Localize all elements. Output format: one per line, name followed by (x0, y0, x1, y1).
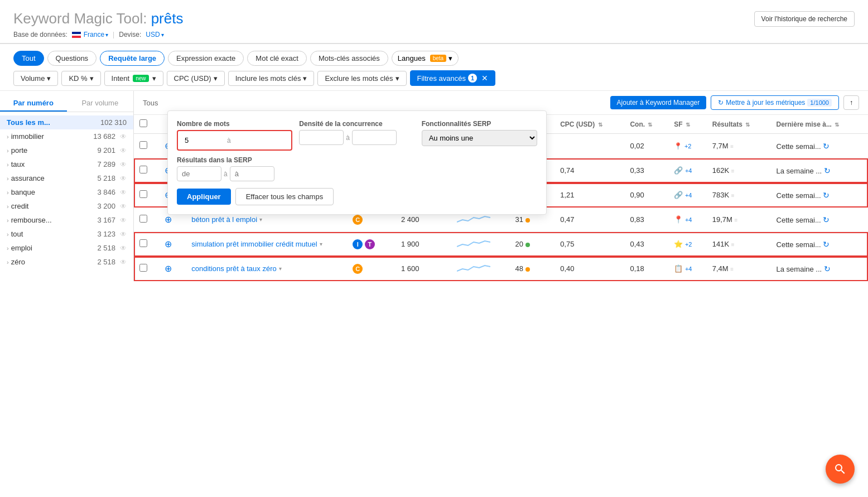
close-icon[interactable]: ✕ (481, 74, 488, 83)
sidebar-item-zéro[interactable]: › zéro 2 518 👁 (0, 255, 133, 269)
refresh-icon[interactable]: ↻ (823, 240, 830, 249)
nombre-mots-from-input[interactable] (180, 133, 225, 147)
row-checkbox[interactable] (139, 190, 147, 198)
currency-dropdown[interactable]: USD ▾ (146, 31, 163, 38)
cell-results: 7,7M ≡ (707, 134, 771, 158)
keyword-link[interactable]: simulation prêt immobilier crédit mutuel… (191, 240, 341, 248)
sidebar-item-label: zéro (11, 258, 25, 266)
update-count-badge: 1/1000 (807, 99, 832, 107)
chevron-down-icon: ▾ (303, 74, 307, 83)
sidebar-tab-numero[interactable]: Par numéro (0, 95, 67, 112)
sidebar-item-assurance[interactable]: › assurance 5 218 👁 (0, 171, 133, 185)
refresh-icon[interactable]: ↻ (823, 191, 830, 200)
eye-icon[interactable]: 👁 (120, 216, 127, 224)
filter-inclure[interactable]: Inclure les mots clés ▾ (228, 71, 315, 86)
sidebar-item-all[interactable]: Tous les m... 102 310 (0, 115, 133, 129)
add-to-keyword-manager-button[interactable]: Ajouter à Keyword Manager (610, 96, 707, 109)
resultats-from-input[interactable] (177, 166, 221, 181)
refresh-icon[interactable]: ↻ (823, 142, 830, 151)
tab-requete[interactable]: Requête large (100, 51, 165, 66)
page-header: Keyword Magic Tool: prêts Base de donnée… (0, 0, 868, 44)
sidebar-item-emploi[interactable]: › emploi 2 518 👁 (0, 241, 133, 255)
header-sub: Base de données: France ▾ | Devise: USD … (13, 31, 855, 38)
cell-trend (451, 232, 510, 257)
cell-results: 7,4M ≡ (707, 257, 771, 281)
eye-icon[interactable]: 👁 (120, 202, 127, 210)
row-checkbox[interactable] (139, 264, 147, 272)
chevron-down-icon: ▾ (152, 74, 156, 83)
chevron-down-icon[interactable]: ▾ (259, 216, 262, 223)
sidebar-item-immobilier[interactable]: › immobilier 13 682 👁 (0, 129, 133, 143)
refresh-icon: ↻ (718, 99, 724, 107)
sidebar-item-taux[interactable]: › taux 7 289 👁 (0, 157, 133, 171)
chevron-down-icon[interactable]: ▾ (320, 241, 322, 247)
tab-questions[interactable]: Questions (47, 51, 97, 66)
sidebar-item-credit[interactable]: › credit 3 200 👁 (0, 199, 133, 213)
cell-update: La semaine ... ↻ (771, 158, 868, 183)
sidebar-item-rembourse...[interactable]: › rembourse... 3 167 👁 (0, 213, 133, 227)
sidebar-item-banque[interactable]: › banque 3 846 👁 (0, 185, 133, 199)
tab-langues[interactable]: Langues beta ▾ (392, 51, 459, 66)
cell-results: 141K ≡ (707, 232, 771, 257)
filter-volume[interactable]: Volume ▾ (13, 71, 58, 86)
densite-to-input[interactable] (352, 130, 397, 145)
densite-from-input[interactable] (299, 130, 344, 145)
keyword-link[interactable]: béton prêt à l emploi ▾ (191, 215, 341, 224)
sidebar-item-tout[interactable]: › tout 3 123 👁 (0, 227, 133, 241)
chevron-icon: › (7, 175, 9, 182)
tab-expression[interactable]: Expression exacte (168, 51, 244, 66)
refresh-icon[interactable]: ↻ (824, 166, 831, 175)
add-button[interactable]: ⊕ (165, 239, 172, 249)
popup-grid: Nombre de mots à Densité de la concurren… (177, 120, 537, 151)
apply-button[interactable]: Appliquer (177, 189, 231, 205)
clear-button[interactable]: Effacer tous les champs (235, 188, 334, 205)
eye-icon[interactable]: 👁 (120, 258, 127, 266)
refresh-icon[interactable]: ↻ (823, 215, 830, 224)
keyword-link[interactable]: conditions prêt à taux zéro ▾ (191, 264, 341, 273)
sidebar-item-count: 2 518 (97, 244, 115, 252)
cell-keyword: simulation prêt immobilier crédit mutuel… (186, 232, 347, 257)
eye-icon[interactable]: 👁 (120, 175, 127, 182)
cell-update: Cette semai... ↻ (771, 232, 868, 257)
export-button[interactable]: ↑ (843, 95, 859, 110)
tab-associes[interactable]: Mots-clés associés (310, 51, 388, 66)
row-checkbox[interactable] (139, 239, 147, 247)
sidebar-item-count: 3 123 (97, 230, 115, 238)
sidebar-item-count: 9 201 (97, 146, 115, 155)
row-checkbox[interactable] (139, 166, 147, 173)
add-button[interactable]: ⊕ (165, 264, 172, 273)
filter-intent[interactable]: Intent new ▾ (104, 71, 163, 86)
fonctionnalites-select[interactable]: Au moins une (422, 130, 537, 146)
filter-kd[interactable]: KD % ▾ (61, 71, 100, 86)
refresh-icon[interactable]: ↻ (824, 264, 831, 273)
eye-icon[interactable]: 👁 (120, 161, 127, 168)
select-all-checkbox[interactable] (139, 119, 147, 127)
fonctionnalites-field: Fonctionnalités SERP Au moins une (422, 120, 537, 151)
tab-tout[interactable]: Tout (13, 51, 44, 66)
eye-icon[interactable]: 👁 (120, 230, 127, 238)
row-checkbox[interactable] (139, 215, 147, 223)
nombre-mots-to-input[interactable] (233, 133, 278, 147)
eye-icon[interactable]: 👁 (120, 244, 127, 252)
range-sep: à (346, 134, 350, 142)
filter-exclure[interactable]: Exclure les mots clés ▾ (317, 71, 406, 86)
history-button[interactable]: Voir l'historique de recherche (754, 11, 855, 27)
filter-advanced[interactable]: Filtres avancés 1 ✕ (410, 70, 495, 86)
cell-sf: 📍 +4 (668, 208, 707, 232)
eye-icon[interactable]: 👁 (120, 147, 127, 155)
filter-cpc[interactable]: CPC (USD) ▾ (167, 71, 225, 86)
country-dropdown[interactable]: France ▾ (84, 31, 108, 38)
sidebar-tab-volume[interactable]: Par volume (67, 95, 134, 112)
results-icon: ≡ (735, 217, 738, 223)
eye-icon[interactable]: 👁 (120, 189, 127, 196)
sidebar-item-porte[interactable]: › porte 9 201 👁 (0, 143, 133, 157)
chevron-icon: › (7, 189, 9, 196)
row-checkbox[interactable] (139, 141, 147, 149)
eye-icon[interactable]: 👁 (120, 133, 127, 141)
chevron-down-icon[interactable]: ▾ (279, 266, 282, 272)
update-metrics-button[interactable]: ↻ Mettre à jour les métriques 1/1000 (711, 95, 839, 110)
tab-motcle[interactable]: Mot clé exact (247, 51, 307, 66)
sidebar-item-label: assurance (11, 174, 45, 182)
resultats-to-input[interactable] (230, 166, 274, 181)
add-button[interactable]: ⊕ (165, 215, 172, 224)
